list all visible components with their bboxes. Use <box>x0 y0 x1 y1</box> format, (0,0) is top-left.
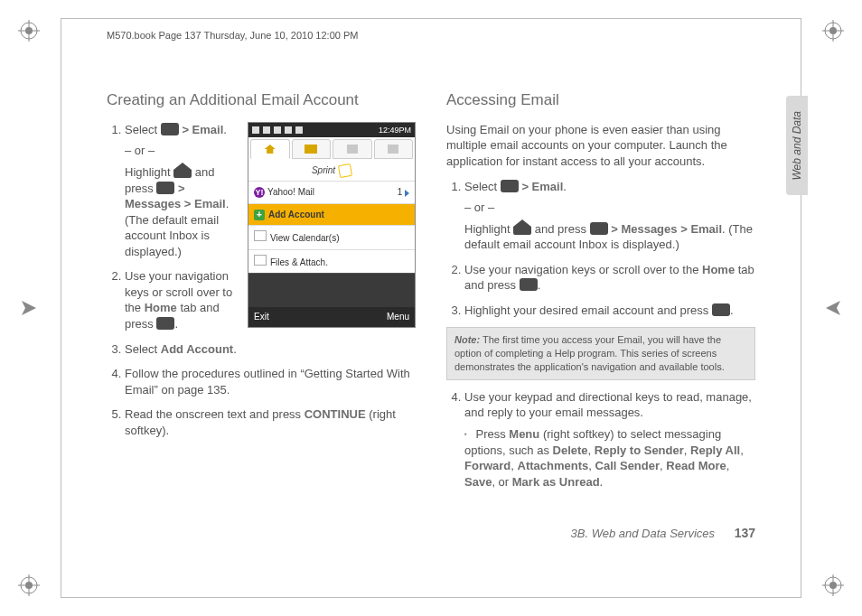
left-column: Creating an Additional Email Account 12:… <box>107 90 416 553</box>
phone-row-files: Files & Attach. <box>248 249 415 274</box>
registration-target-icon <box>822 297 844 319</box>
ok-key-icon <box>520 278 538 291</box>
phone-tabs <box>248 137 415 161</box>
intro-paragraph: Using Email on your phone is even easier… <box>446 122 755 170</box>
phone-carrier: Sprint <box>248 161 415 181</box>
ok-key-icon <box>712 303 730 316</box>
phone-softkey-left: Exit <box>254 311 269 323</box>
registration-target-icon <box>18 297 40 319</box>
section-tab-label: Web and Data <box>790 111 804 181</box>
substep-menu-options: Press Menu (right softkey) to select mes… <box>464 426 755 490</box>
phone-screenshot: 12:49PM Sprint Y! Yahoo! Mail 1 +Add Acc… <box>248 122 416 328</box>
registration-mark-icon <box>822 20 844 42</box>
phone-tab-other <box>333 139 372 159</box>
phone-tab-other <box>374 139 414 159</box>
footer-page-number: 137 <box>735 526 755 540</box>
home-key-icon <box>173 165 192 178</box>
step-5: Read the onscreen text and press CONTINU… <box>125 406 416 438</box>
step-1: Select > Email. – or – Highlight and pre… <box>464 179 755 253</box>
steps-access-cont: Use your keypad and directional keys to … <box>446 389 755 490</box>
menu-key-icon <box>161 123 179 135</box>
step-4: Use your keypad and directional keys to … <box>464 389 755 490</box>
page-footer: 3B. Web and Data Services 137 <box>571 525 755 542</box>
phone-time: 12:49PM <box>379 125 411 135</box>
yahoo-icon: Y! <box>254 187 265 198</box>
calendar-icon <box>254 230 267 241</box>
phone-row-calendar: View Calendar(s) <box>248 225 415 249</box>
footer-section: 3B. Web and Data Services <box>571 527 715 540</box>
menu-key-icon <box>501 180 519 192</box>
or-divider: – or – <box>464 200 755 216</box>
imprint-line: M570.book Page 137 Thursday, June 10, 20… <box>107 29 358 42</box>
note-box: Note: The first time you access your Ema… <box>446 327 755 380</box>
phone-tab-home <box>250 139 290 159</box>
phone-row-add-account: +Add Account <box>248 203 415 226</box>
step-3: Highlight your desired email account and… <box>464 303 755 319</box>
menu-key-icon <box>156 182 174 194</box>
menu-key-icon <box>590 222 608 235</box>
phone-tab-mail <box>292 139 332 159</box>
section-tab: Web and Data <box>786 96 808 195</box>
plus-icon: + <box>254 210 265 220</box>
phone-softkeys: Exit Menu <box>248 307 415 327</box>
phone-softkey-right: Menu <box>387 311 409 323</box>
files-icon <box>254 255 267 266</box>
phone-status-bar: 12:49PM <box>248 123 415 137</box>
registration-mark-icon <box>18 574 40 596</box>
note-body: The first time you access your Email, yo… <box>454 334 725 372</box>
ok-key-icon <box>156 317 174 330</box>
right-column: Accessing Email Using Email on your phon… <box>446 90 755 553</box>
substeps: Press Menu (right softkey) to select mes… <box>464 426 755 490</box>
phone-row-yahoo: Y! Yahoo! Mail 1 <box>248 181 415 203</box>
heading-create-account: Creating an Additional Email Account <box>107 90 416 111</box>
registration-mark-icon <box>18 20 40 42</box>
note-label: Note: <box>454 334 480 345</box>
step-2: Use your navigation keys or scroll over … <box>464 262 755 294</box>
step-4: Follow the procedures outlined in “Getti… <box>125 366 416 397</box>
registration-mark-icon <box>822 574 844 596</box>
chevron-right-icon <box>405 190 409 197</box>
step-3: Select Add Account. <box>125 341 416 358</box>
heading-accessing-email: Accessing Email <box>446 90 755 111</box>
home-key-icon <box>513 222 531 235</box>
steps-access: Select > Email. – or – Highlight and pre… <box>446 179 755 319</box>
